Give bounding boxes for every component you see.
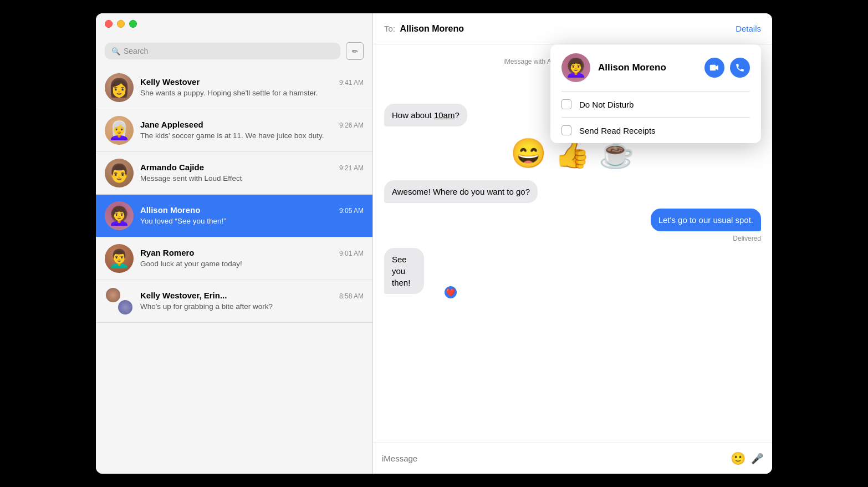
conv-header-allison: Allison Moreno 9:05 AM [140, 205, 364, 215]
conv-preview-armando: Message sent with Loud Effect [140, 174, 364, 184]
chat-to-label: To: [384, 24, 395, 33]
chat-recipient-row: To: Allison Moreno [384, 24, 464, 34]
popover-actions [704, 58, 750, 78]
popover-option-srr[interactable]: Send Read Receipts [550, 118, 761, 143]
avatar-kelly: 👩 [105, 73, 134, 102]
video-camera-icon [709, 63, 719, 73]
facetime-audio-button[interactable] [730, 58, 750, 78]
popover-avatar: 👩‍🦱 [561, 53, 590, 82]
svg-rect-0 [710, 65, 716, 71]
avatar-armando: 👨 [105, 159, 134, 187]
conv-info-allison: Allison Moreno 9:05 AM You loved “See yo… [140, 205, 364, 227]
phone-icon [735, 63, 745, 73]
dnd-checkbox[interactable] [561, 99, 571, 109]
maximize-button[interactable] [129, 20, 137, 28]
conv-time-allison: 9:05 AM [339, 207, 364, 215]
message-row-awesome: Awesome! Where do you want to go? [384, 180, 761, 203]
conv-name-group: Kelly Westover, Erin... [140, 291, 227, 300]
bubble-10am-text: How about 10am? [392, 110, 459, 120]
bubble-awesome: Awesome! Where do you want to go? [384, 180, 538, 203]
search-bar[interactable]: 🔍 Search [105, 43, 340, 59]
conversation-item-ryan[interactable]: 👨‍🦱 Ryan Romero 9:01 AM Good luck at you… [96, 237, 372, 280]
conv-preview-kelly: She wants a puppy. Hoping she'll settle … [140, 88, 364, 99]
compose-button[interactable]: ✏ [346, 42, 364, 60]
conv-info-group: Kelly Westover, Erin... 8:58 AM Who's up… [140, 291, 364, 312]
conv-preview-jane: The kids' soccer game is at 11. We have … [140, 131, 364, 141]
conversation-item-allison[interactable]: 👩‍🦱 Allison Moreno 9:05 AM You loved “Se… [96, 195, 372, 237]
details-button[interactable]: Details [736, 24, 761, 33]
conv-header-kelly: Kelly Westover 9:41 AM [140, 77, 364, 87]
search-icon: 🔍 [111, 47, 120, 55]
conv-info-kelly: Kelly Westover 9:41 AM She wants a puppy… [140, 77, 364, 99]
popover-name: Allison Moreno [598, 62, 697, 73]
microphone-icon[interactable]: 🎤 [751, 453, 763, 465]
input-area: 🙂 🎤 [373, 443, 772, 474]
conv-header-armando: Armando Cajide 9:21 AM [140, 163, 364, 172]
conv-info-armando: Armando Cajide 9:21 AM Message sent with… [140, 163, 364, 184]
details-popover: 👩‍🦱 Allison Moreno [550, 44, 761, 143]
close-button[interactable] [105, 20, 113, 28]
chat-header: To: Allison Moreno Details [373, 13, 772, 44]
bubble-seeyou: See you then! [384, 248, 424, 294]
traffic-lights [105, 20, 137, 28]
bubble-usual: Let's go to our usual spot. [651, 209, 761, 231]
conv-name-kelly: Kelly Westover [140, 77, 200, 87]
avatar-group [105, 287, 134, 316]
avatar-jane: 👩‍🦳 [105, 116, 134, 145]
conv-info-jane: Jane Appleseed 9:26 AM The kids' soccer … [140, 120, 364, 141]
compose-icon: ✏ [352, 47, 358, 55]
conv-preview-ryan: Good luck at your game today! [140, 259, 364, 270]
conv-preview-allison: You loved “See you then!” [140, 216, 364, 227]
emoji-picker-icon[interactable]: 🙂 [731, 452, 746, 466]
bubble-seeyou-text: See you then! [392, 255, 410, 287]
main-layout: 🔍 Search ✏ 👩 Kelly Westover [96, 13, 772, 474]
search-bar-row: 🔍 Search ✏ [96, 35, 372, 67]
chat-recipient-name: Allison Moreno [400, 24, 464, 33]
conv-name-jane: Jane Appleseed [140, 120, 203, 129]
srr-label: Send Read Receipts [579, 126, 656, 135]
chat-area: To: Allison Moreno Details iMessage with… [373, 13, 772, 474]
message-row-seeyou: See you then! ❤️ [384, 248, 761, 294]
conv-info-ryan: Ryan Romero 9:01 AM Good luck at your ga… [140, 248, 364, 270]
conversation-item-kelly[interactable]: 👩 Kelly Westover 9:41 AM She wants a pup… [96, 67, 372, 109]
minimize-button[interactable] [117, 20, 125, 28]
conversation-item-group[interactable]: Kelly Westover, Erin... 8:58 AM Who's up… [96, 280, 372, 323]
message-input[interactable] [382, 454, 725, 463]
conversation-list: 👩 Kelly Westover 9:41 AM She wants a pup… [96, 67, 372, 474]
conv-preview-group: Who's up for grabbing a bite after work? [140, 302, 364, 312]
dnd-label: Do Not Disturb [579, 100, 634, 109]
popover-header: 👩‍🦱 Allison Moreno [550, 44, 761, 91]
conversation-item-armando[interactable]: 👨 Armando Cajide 9:21 AM Message sent wi… [96, 152, 372, 195]
popover-option-dnd[interactable]: Do Not Disturb [550, 92, 761, 117]
bubble-usual-text: Let's go to our usual spot. [658, 215, 753, 225]
conv-name-allison: Allison Moreno [140, 205, 200, 215]
avatar-ryan: 👨‍🦱 [105, 244, 134, 273]
search-label: Search [124, 47, 148, 55]
bubble-10am: How about 10am? [384, 104, 467, 126]
conv-name-ryan: Ryan Romero [140, 248, 195, 257]
heart-icon: ❤️ [446, 288, 455, 297]
avatar-group-sub2 [117, 299, 134, 316]
conv-header-jane: Jane Appleseed 9:26 AM [140, 120, 364, 129]
reaction-heart: ❤️ [443, 285, 458, 300]
conv-name-armando: Armando Cajide [140, 163, 204, 172]
srr-checkbox[interactable] [561, 125, 571, 135]
avatar-allison: 👩‍🦱 [105, 201, 134, 230]
bubble-awesome-text: Awesome! Where do you want to go? [392, 187, 530, 196]
conversation-item-jane[interactable]: 👩‍🦳 Jane Appleseed 9:26 AM The kids' soc… [96, 109, 372, 152]
conv-time-group: 8:58 AM [339, 292, 364, 300]
sidebar: 🔍 Search ✏ 👩 Kelly Westover [96, 13, 373, 474]
facetime-video-button[interactable] [704, 58, 724, 78]
conv-time-jane: 9:26 AM [339, 121, 364, 129]
delivered-label: Delivered [384, 235, 761, 242]
conv-time-armando: 9:21 AM [339, 164, 364, 172]
conv-header-group: Kelly Westover, Erin... 8:58 AM [140, 291, 364, 300]
conv-time-kelly: 9:41 AM [339, 79, 364, 87]
app-window: 🔍 Search ✏ 👩 Kelly Westover [96, 13, 772, 474]
conv-header-ryan: Ryan Romero 9:01 AM [140, 248, 364, 257]
message-with-reaction: See you then! ❤️ [384, 248, 451, 294]
message-row-usual: Let's go to our usual spot. [384, 209, 761, 231]
conv-time-ryan: 9:01 AM [339, 250, 364, 257]
